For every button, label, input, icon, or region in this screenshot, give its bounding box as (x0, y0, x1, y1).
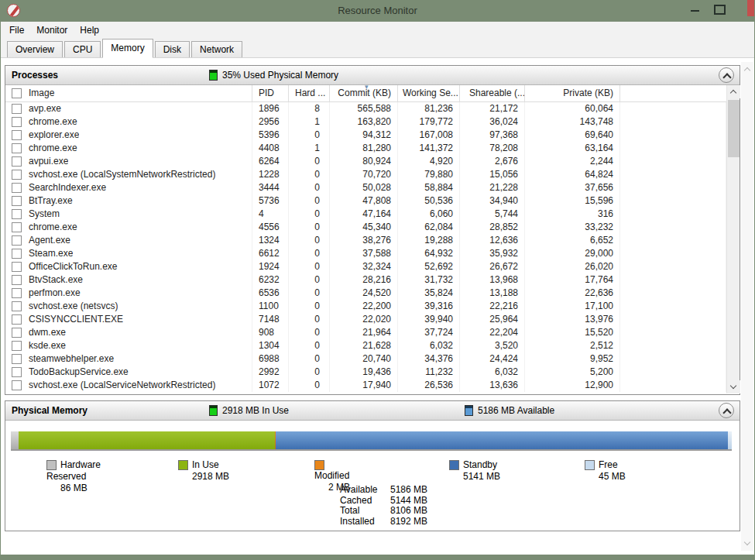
column-hard-faults[interactable]: Hard ... (289, 85, 330, 101)
table-row[interactable]: SearchIndexer.exe3444050,02858,88421,228… (5, 181, 726, 194)
processes-collapse-button[interactable] (719, 67, 734, 83)
table-row[interactable]: dwm.exe908021,96437,72422,20415,520 (5, 326, 726, 339)
row-checkbox[interactable] (12, 288, 22, 298)
maximize-button[interactable] (709, 0, 729, 17)
table-row[interactable]: ksde.exe1304021,6286,0323,5202,512 (5, 339, 726, 352)
table-row[interactable]: TodoBackupService.exe2992019,43611,2326,… (5, 366, 726, 379)
row-checkbox[interactable] (12, 235, 22, 246)
table-row[interactable]: Agent.exe1324038,27619,28812,6366,652 (5, 234, 726, 247)
table-row[interactable]: perfmon.exe6536024,52035,82413,18822,636 (5, 287, 726, 300)
row-filler (620, 102, 726, 115)
row-filler (620, 339, 726, 352)
commit-cell: 22,200 (330, 300, 398, 313)
row-checkbox[interactable] (12, 380, 22, 390)
table-row[interactable]: explorer.exe5396094,312167,00897,36869,6… (5, 129, 726, 142)
hard-faults-cell: 0 (289, 168, 330, 181)
commit-cell: 47,808 (330, 194, 398, 208)
table-row[interactable]: CSISYNCCLIENT.EXE7148022,02039,94025,964… (5, 313, 726, 326)
process-image-cell: chrome.exe (5, 221, 252, 234)
window-scroll-up-icon[interactable] (744, 67, 750, 74)
row-checkbox[interactable] (12, 156, 22, 167)
tab-memory[interactable]: Memory (102, 39, 153, 58)
tab-network[interactable]: Network (191, 41, 242, 57)
hard-faults-cell: 0 (289, 352, 330, 366)
row-checkbox[interactable] (12, 341, 22, 351)
table-row[interactable]: chrome.exe4408181,280141,37278,20863,164 (5, 142, 726, 155)
row-checkbox[interactable] (12, 222, 22, 232)
tab-cpu[interactable]: CPU (64, 41, 101, 57)
shareable-cell: 22,216 (460, 300, 525, 313)
row-checkbox[interactable] (12, 209, 22, 219)
hard-faults-cell: 0 (289, 194, 330, 208)
tab-overview[interactable]: Overview (7, 41, 63, 57)
working-set-cell: 141,372 (398, 142, 460, 155)
row-checkbox[interactable] (12, 117, 22, 127)
process-image-cell: svchost.exe (LocalServiceNetworkRestrict… (5, 379, 252, 392)
table-row[interactable]: avpui.exe6264080,9244,9202,6762,244 (5, 155, 726, 168)
working-set-cell: 31,732 (398, 273, 460, 287)
table-row[interactable]: steamwebhelper.exe6988020,74034,37624,42… (5, 352, 726, 366)
column-working-set[interactable]: Working Se... (398, 85, 460, 101)
minimize-button[interactable] (685, 0, 705, 17)
row-checkbox[interactable] (12, 104, 22, 114)
window-scrollbar[interactable] (741, 62, 753, 551)
table-row[interactable]: svchost.exe (LocalServiceNetworkRestrict… (5, 379, 726, 392)
table-row[interactable]: BtTray.exe5736047,80850,53634,94015,596 (5, 194, 726, 208)
process-name: BtvStack.exe (29, 273, 83, 287)
process-name: avpui.exe (29, 155, 68, 168)
menu-help[interactable]: Help (74, 22, 105, 39)
row-checkbox[interactable] (12, 262, 22, 272)
menu-file[interactable]: File (3, 22, 30, 39)
table-row[interactable]: BtvStack.exe6232028,21631,73213,96817,76… (5, 273, 726, 287)
processes-header: Processes 35% Used Physical Memory (5, 66, 740, 85)
commit-cell: 37,588 (330, 247, 398, 260)
row-checkbox[interactable] (12, 170, 22, 180)
column-shareable[interactable]: Shareable (... (460, 85, 525, 101)
row-checkbox[interactable] (12, 354, 22, 364)
scrollbar-thumb[interactable] (728, 100, 740, 157)
in-use-gauge-icon (209, 405, 218, 416)
process-image-cell: svchost.exe (LocalSystemNetworkRestricte… (5, 168, 252, 181)
tab-disk[interactable]: Disk (155, 41, 190, 57)
pid-cell: 4408 (252, 142, 289, 155)
close-button[interactable] (747, 0, 754, 16)
pid-cell: 5396 (252, 129, 289, 142)
row-checkbox[interactable] (12, 328, 22, 338)
row-checkbox[interactable] (12, 130, 22, 140)
table-row[interactable]: svchost.exe (LocalSystemNetworkRestricte… (5, 168, 726, 181)
scroll-down-arrow[interactable] (727, 380, 740, 393)
private-cell: 69,640 (525, 129, 620, 142)
table-row[interactable]: chrome.exe29561163,820179,77236,024143,7… (5, 115, 726, 129)
process-table-scrollbar[interactable] (726, 85, 740, 393)
table-row[interactable]: OfficeClickToRun.exe1924032,32452,69226,… (5, 260, 726, 273)
column-image[interactable]: Image (5, 85, 252, 101)
row-checkbox[interactable] (12, 196, 22, 206)
row-filler (620, 115, 726, 129)
window-scroll-down-icon[interactable] (744, 539, 750, 545)
table-row[interactable]: avp.exe18968565,58881,23621,17260,064 (5, 102, 726, 115)
table-row[interactable]: Steam.exe6612037,58864,93235,93229,000 (5, 247, 726, 260)
header-checkbox[interactable] (12, 88, 22, 98)
table-row[interactable]: svchost.exe (netsvcs)1100022,20039,31622… (5, 300, 726, 313)
membar-segment-hardware-reserved (11, 431, 19, 449)
row-checkbox[interactable] (12, 183, 22, 193)
table-row[interactable]: System4047,1646,0605,744316 (5, 208, 726, 221)
row-checkbox[interactable] (12, 301, 22, 311)
shareable-cell: 35,932 (460, 247, 525, 260)
column-commit[interactable]: Commit (KB) (330, 85, 398, 101)
process-image-cell: dwm.exe (5, 326, 252, 339)
process-name: SearchIndexer.exe (29, 181, 106, 194)
row-checkbox[interactable] (12, 249, 22, 259)
menu-monitor[interactable]: Monitor (30, 22, 74, 39)
table-row[interactable]: chrome.exe4556045,34062,08428,85233,232 (5, 221, 726, 234)
scroll-up-arrow[interactable] (727, 85, 740, 98)
row-checkbox[interactable] (12, 314, 22, 325)
row-checkbox[interactable] (12, 143, 22, 153)
physical-memory-collapse-button[interactable] (719, 403, 734, 418)
column-private[interactable]: Private (KB) (525, 85, 620, 101)
row-checkbox[interactable] (12, 275, 22, 285)
process-image-cell: Steam.exe (5, 247, 252, 260)
row-checkbox[interactable] (12, 367, 22, 377)
column-pid[interactable]: PID (252, 85, 289, 101)
shareable-cell: 26,672 (460, 260, 525, 273)
